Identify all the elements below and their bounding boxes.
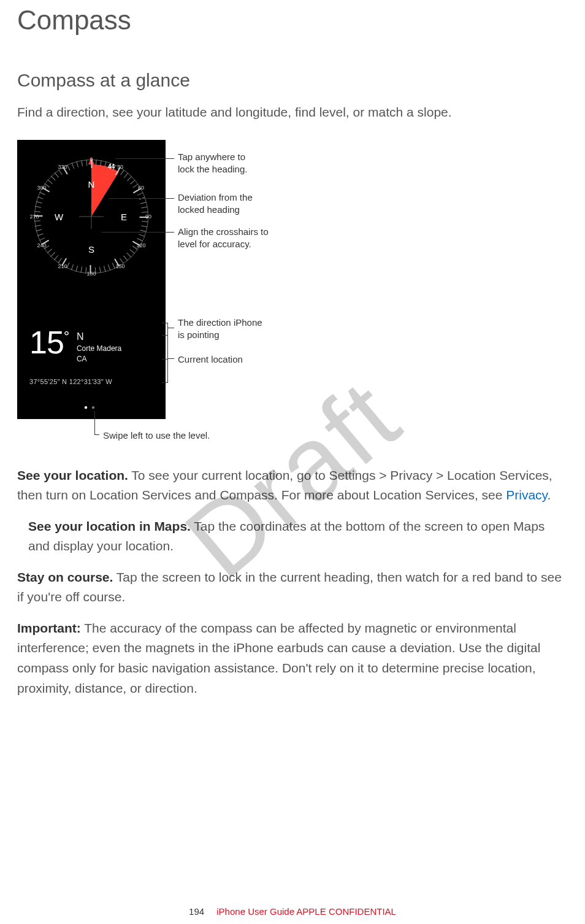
callout-lock-heading: Tap anywhere to lock the heading. [178,151,264,176]
callout-direction: The direction iPhone is pointing [178,317,270,342]
phone-screenshot: 0 30 60 90 120 150 180 210 240 270 300 3… [17,140,166,419]
footer-text: iPhone User Guide APPLE CONFIDENTIAL [216,906,396,917]
deg-label: 120 [136,242,145,248]
page-indicator: ●● [17,404,166,410]
cardinal-s: S [88,244,94,254]
deg-label: 240 [37,242,46,248]
cardinal-e: E [121,211,127,221]
compass-figure: 0 30 60 90 120 150 180 210 240 270 300 3… [17,140,262,450]
place-line-2: CA [77,355,87,363]
heading-readout: 15° N Corte Madera CA [29,324,121,364]
page-number: 194 [189,906,204,917]
locked-heading-value: 44 [108,163,115,170]
degree-symbol: ° [64,328,69,344]
section-heading: Compass at a glance [17,70,568,91]
callout-deviation: Deviation from the locked heading [178,191,270,217]
compass-dial: 0 30 60 90 120 150 180 210 240 270 300 3… [34,160,148,274]
cardinal-n: N [88,179,95,189]
paragraph-see-in-maps: See your location in Maps. Tap the coord… [28,517,564,556]
deg-label: 210 [58,263,67,269]
privacy-link[interactable]: Privacy [506,488,547,502]
page-footer: 194 iPhone User Guide APPLE CONFIDENTIAL [0,906,585,917]
callout-location: Current location [178,353,243,366]
cardinal-w: W [55,211,63,221]
paragraph-stay-on-course: Stay on course. Tap the screen to lock i… [17,568,568,607]
deg-label: 150 [115,263,124,269]
deg-label: 270 [29,214,39,220]
place-line-1: Corte Madera [77,344,121,353]
deg-label: 60 [138,185,144,191]
callout-crosshairs: Align the crosshairs to level for accura… [178,226,276,251]
intro-text: Find a direction, see your latitude and … [17,102,568,123]
heading-degrees: 15 [29,325,64,360]
deg-label: 90 [145,214,151,220]
heading-direction: N [77,331,84,342]
paragraph-see-location: See your location. To see your current l… [17,466,568,506]
coordinates-text: 37°55′25″ N 122°31′33″ W [29,378,112,385]
deg-label: 30 [117,164,123,170]
deg-label: 300 [37,185,46,191]
deg-label: 0 [90,156,93,163]
callout-swipe-level: Swipe left to use the level. [103,429,210,442]
deg-label: 330 [58,164,67,170]
deg-label: 180 [86,271,96,277]
paragraph-important: Important: The accuracy of the compass c… [17,618,568,698]
page-title: Compass [17,5,568,36]
crosshair-icon [79,204,104,229]
